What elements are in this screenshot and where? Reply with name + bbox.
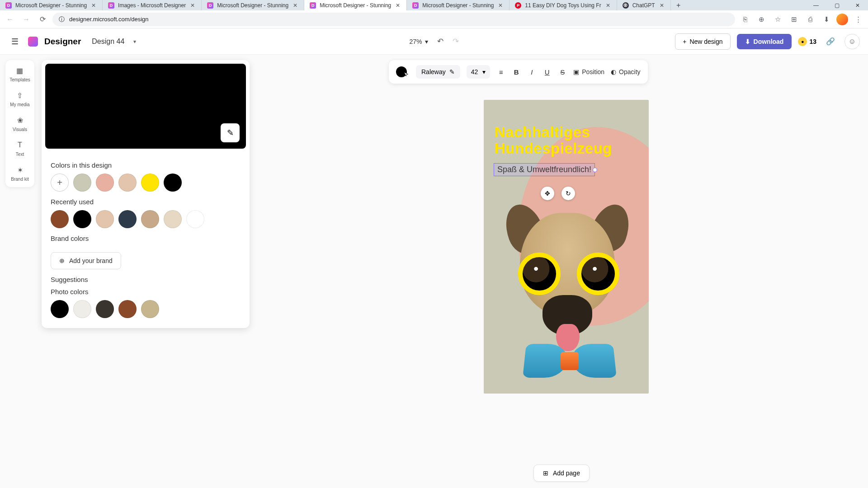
rail-text[interactable]: TText (15, 140, 25, 157)
reload-button[interactable]: ⟳ (36, 13, 49, 26)
color-swatch[interactable] (164, 174, 182, 192)
color-swatch[interactable] (118, 210, 137, 228)
rail-templates[interactable]: ▦Templates (9, 66, 30, 82)
browser-menu-icon[interactable]: ⋮ (852, 13, 864, 26)
design-colors-row: + (51, 174, 241, 192)
forward-button[interactable]: → (20, 13, 33, 26)
bold-button[interactable]: B (512, 68, 521, 76)
close-icon[interactable]: ✕ (497, 2, 504, 9)
rail-my-media[interactable]: ⇧My media (10, 90, 29, 107)
rail-visuals[interactable]: ❀Visuals (13, 115, 27, 132)
add-color-button[interactable]: + (51, 174, 69, 192)
site-info-icon[interactable]: ⓘ (59, 15, 65, 23)
chevron-down-icon[interactable]: ▾ (133, 38, 136, 45)
rail-label: Text (16, 152, 24, 157)
position-button[interactable]: ▣Position (573, 68, 604, 75)
close-icon[interactable]: ✕ (605, 2, 611, 9)
color-swatch[interactable] (164, 210, 182, 228)
extensions-icon[interactable]: ⊞ (788, 13, 800, 26)
zoom-controls: 27%▾ ↶ ↷ (409, 37, 458, 46)
color-swatch[interactable] (141, 300, 159, 318)
underline-button[interactable]: U (542, 68, 552, 76)
download-button[interactable]: ⬇Download (737, 34, 792, 49)
align-button[interactable]: ≡ (496, 68, 505, 76)
color-swatch[interactable] (51, 300, 69, 318)
rail-brand-kit[interactable]: ✶Brand kit (11, 165, 28, 182)
color-swatch[interactable] (141, 210, 159, 228)
close-icon[interactable]: ✕ (292, 2, 298, 9)
new-incognito-icon[interactable]: ⎙ (804, 13, 816, 26)
tab-2[interactable]: DMicrosoft Designer - Stunning✕ (202, 0, 304, 10)
zoom-icon[interactable]: ⊕ (755, 13, 768, 26)
italic-button[interactable]: I (527, 68, 536, 76)
headline-line: Hundespielzeug (495, 141, 612, 157)
add-page-label: Add page (553, 469, 580, 477)
layers-icon: ▣ (573, 68, 579, 75)
plus-icon: ⊕ (59, 257, 65, 264)
color-swatch[interactable] (73, 210, 91, 228)
design-canvas[interactable]: Nachhaltiges Hundespielzeug Spaß & Umwel… (484, 100, 649, 394)
back-button[interactable]: ← (4, 13, 16, 26)
credits-counter[interactable]: ●13 (798, 37, 816, 46)
minimize-button[interactable]: — (806, 0, 826, 10)
selected-text-box[interactable]: Spaß & Umweltfreundlich! (494, 163, 595, 176)
zoom-level[interactable]: 27%▾ (409, 38, 428, 45)
menu-button[interactable]: ☰ (8, 35, 22, 48)
subtitle-text: Spaß & Umweltfreundlich! (497, 165, 591, 174)
new-tab-button[interactable]: + (671, 0, 686, 10)
close-icon[interactable]: ✕ (395, 2, 401, 9)
opacity-button[interactable]: ◐Opacity (611, 68, 640, 75)
visuals-icon: ❀ (15, 115, 25, 125)
tab-title: Images - Microsoft Designer (118, 2, 186, 9)
opacity-label: Opacity (619, 68, 640, 75)
color-swatch[interactable] (141, 174, 159, 192)
account-button[interactable]: ☺ (844, 34, 860, 49)
redo-button[interactable]: ↷ (453, 37, 459, 46)
resize-handle[interactable] (593, 168, 597, 172)
maximize-button[interactable]: ▢ (826, 0, 847, 10)
color-swatch[interactable] (73, 300, 91, 318)
close-icon[interactable]: ✕ (90, 2, 97, 9)
document-name[interactable]: Design 44 (92, 38, 124, 46)
close-icon[interactable]: ✕ (659, 2, 665, 9)
url-text: designer.microsoft.com/design (69, 16, 149, 23)
close-window-button[interactable]: ✕ (847, 0, 868, 10)
headline-text[interactable]: Nachhaltiges Hundespielzeug (495, 124, 612, 157)
new-design-button[interactable]: +New design (675, 33, 730, 50)
tab-6[interactable]: ⦿ChatGPT✕ (617, 0, 671, 10)
tab-4[interactable]: DMicrosoft Designer - Stunning✕ (407, 0, 509, 10)
tab-5[interactable]: P11 Easy DIY Dog Toys Using Fr✕ (509, 0, 617, 10)
section-title: Suggestions (51, 276, 241, 283)
color-swatch[interactable] (186, 210, 204, 228)
close-icon[interactable]: ✕ (189, 2, 196, 9)
strikethrough-button[interactable]: S (558, 68, 567, 76)
install-app-icon[interactable]: ⎘ (739, 13, 751, 26)
font-family-picker[interactable]: Raleway✎ (416, 65, 460, 79)
designer-favicon-icon: D (412, 2, 419, 9)
profile-avatar[interactable] (836, 14, 848, 25)
tab-1[interactable]: DImages - Microsoft Designer✕ (103, 0, 202, 10)
color-swatch[interactable] (51, 210, 69, 228)
brand-kit-icon: ✶ (15, 165, 25, 175)
color-swatch[interactable] (96, 174, 114, 192)
color-swatch[interactable] (118, 300, 137, 318)
add-page-button[interactable]: ⊞ Add page (533, 465, 590, 482)
bookmark-icon[interactable]: ☆ (771, 13, 784, 26)
color-swatch[interactable] (96, 210, 114, 228)
color-swatch[interactable] (118, 174, 137, 192)
tab-3[interactable]: DMicrosoft Designer - Stunning✕ (304, 0, 407, 10)
font-size-picker[interactable]: 42▾ (467, 65, 491, 79)
pug-image[interactable] (493, 195, 642, 394)
designer-logo-icon (28, 37, 38, 47)
share-button[interactable]: 🔗 (823, 34, 838, 49)
templates-icon: ▦ (15, 66, 25, 75)
downloads-icon[interactable]: ⬇ (820, 13, 833, 26)
tab-0[interactable]: DMicrosoft Designer - Stunning✕ (0, 0, 103, 10)
color-swatch[interactable] (96, 300, 114, 318)
undo-button[interactable]: ↶ (437, 37, 443, 46)
brand-name: Designer (44, 37, 81, 47)
eyedropper-button[interactable]: ✎ (221, 123, 240, 142)
add-brand-button[interactable]: ⊕Add your brand (51, 252, 121, 269)
address-bar[interactable]: ⓘ designer.microsoft.com/design (52, 13, 735, 26)
color-swatch[interactable] (73, 174, 91, 192)
